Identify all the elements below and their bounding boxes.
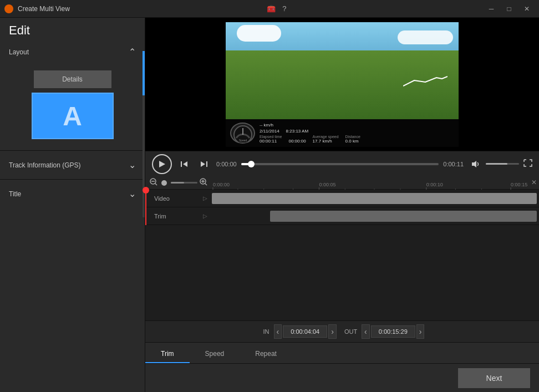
video-clip[interactable] bbox=[212, 193, 537, 204]
svg-text:0:00:10: 0:00:10 bbox=[426, 182, 443, 187]
titlebar-icons: 🧰 ? bbox=[267, 4, 286, 13]
track-info-section[interactable]: Track Information (GPS) ⌄ bbox=[0, 153, 145, 177]
layout-thumbnail[interactable]: A bbox=[32, 93, 114, 139]
trim-track-row: Trim ▷ bbox=[145, 207, 539, 225]
playhead[interactable] bbox=[145, 190, 146, 225]
time-value: 8:23:13 AM bbox=[286, 129, 308, 134]
speedometer: Speed bbox=[230, 123, 255, 144]
video-clouds bbox=[237, 25, 281, 42]
app-icon bbox=[4, 4, 13, 13]
titlebar: Create Multi View 🧰 ? ─ □ ✕ bbox=[0, 0, 539, 18]
trim-track-arrow: ▷ bbox=[203, 213, 207, 219]
overlay-row-1: -- km/h bbox=[260, 123, 454, 128]
overlay-elapsed: Elapsed time 00:00:11 bbox=[260, 135, 282, 144]
svg-rect-5 bbox=[181, 161, 182, 167]
minimize-button[interactable]: ─ bbox=[484, 3, 499, 14]
next-button[interactable]: Next bbox=[458, 368, 530, 388]
scrubber-track[interactable] bbox=[241, 163, 439, 165]
svg-point-0 bbox=[6, 6, 12, 12]
overlay-row-2: 2/11/2014 8:23:13 AM bbox=[260, 129, 454, 134]
playback-controls: 0:00:00 0:00:11 bbox=[145, 151, 539, 176]
titlebar-left: Create Multi View bbox=[4, 4, 70, 13]
sidebar-scrollbar-thumb bbox=[143, 51, 145, 95]
in-next-button[interactable]: › bbox=[328, 324, 337, 339]
total-value: 00:00:00 bbox=[288, 139, 306, 144]
divider-2 bbox=[0, 179, 145, 180]
svg-text:0:00:15: 0:00:15 bbox=[511, 182, 527, 187]
out-next-button[interactable]: › bbox=[416, 324, 425, 339]
zoom-in-button[interactable] bbox=[200, 178, 207, 187]
overlay-info: -- km/h 2/11/2014 8:23:13 AM bbox=[260, 123, 454, 144]
date-value: 2/11/2014 bbox=[260, 129, 279, 134]
svg-marker-6 bbox=[183, 161, 187, 167]
trim-clip[interactable] bbox=[270, 211, 537, 222]
zoom-controls bbox=[145, 178, 212, 187]
volume-track[interactable] bbox=[486, 163, 519, 165]
play-button[interactable] bbox=[152, 154, 172, 174]
step-back-button[interactable] bbox=[176, 156, 192, 172]
overlay-speed-unit: -- km/h bbox=[260, 123, 273, 128]
svg-point-13 bbox=[161, 180, 167, 186]
tab-repeat[interactable]: Repeat bbox=[240, 345, 292, 363]
video-overlay-bar: Speed -- km/h 2/11/2014 bbox=[226, 119, 459, 147]
restore-button[interactable]: □ bbox=[501, 3, 517, 14]
tracks-container: Video ▷ Trim ▷ bbox=[145, 190, 539, 320]
divider-1 bbox=[0, 150, 145, 151]
out-group: OUT ‹ 0:00:15:29 › bbox=[341, 324, 425, 339]
in-label: IN bbox=[260, 328, 273, 335]
svg-text:0:00:05: 0:00:05 bbox=[319, 182, 335, 187]
svg-marker-9 bbox=[472, 161, 476, 167]
svg-rect-8 bbox=[206, 161, 207, 167]
video-track-row: Video ▷ bbox=[145, 190, 539, 207]
fullscreen-button[interactable] bbox=[523, 159, 532, 169]
video-track-content[interactable] bbox=[212, 193, 537, 204]
trim-track-label: Trim ▷ bbox=[145, 213, 212, 220]
in-group: IN ‹ 0:00:04:04 › bbox=[260, 324, 337, 339]
speed-value: -- km/h bbox=[260, 123, 273, 128]
elapsed-label: Elapsed time bbox=[260, 135, 282, 139]
avg-speed-label: Average speed bbox=[313, 135, 339, 139]
total-label bbox=[288, 135, 306, 139]
playhead-circle bbox=[143, 187, 149, 194]
step-forward-button[interactable] bbox=[196, 156, 212, 172]
out-value: 0:00:15:29 bbox=[371, 325, 415, 338]
total-time: 0:00:11 bbox=[443, 161, 464, 167]
zoom-out-button[interactable] bbox=[150, 178, 157, 187]
layout-thumbnail-letter: A bbox=[63, 101, 82, 131]
in-prev-button[interactable]: ‹ bbox=[274, 324, 282, 339]
main-layout: Edit Layout ⌃ Details A Track Informatio… bbox=[0, 18, 539, 392]
out-label: OUT bbox=[341, 328, 360, 335]
tab-trim[interactable]: Trim bbox=[145, 345, 190, 363]
out-prev-button[interactable]: ‹ bbox=[362, 324, 370, 339]
video-track-label-text: Video bbox=[154, 195, 170, 202]
close-button[interactable]: ✕ bbox=[519, 3, 535, 14]
overlay-distance: Distance 0.0 km bbox=[345, 135, 360, 144]
help-icon[interactable]: ? bbox=[282, 4, 286, 13]
volume-icon[interactable] bbox=[468, 156, 484, 172]
trim-track-content[interactable] bbox=[212, 211, 537, 222]
track-info-label: Track Information (GPS) bbox=[9, 161, 81, 169]
layout-section-header[interactable]: Layout ⌃ bbox=[0, 42, 145, 62]
timeline-scrubber[interactable]: 0:00:00 0:00:11 bbox=[216, 161, 464, 167]
svg-line-15 bbox=[205, 184, 207, 186]
bottom-bar: Next bbox=[145, 363, 539, 392]
timeline-close-button[interactable]: ✕ bbox=[531, 179, 537, 186]
details-button[interactable]: Details bbox=[34, 70, 111, 88]
tab-speed[interactable]: Speed bbox=[190, 345, 240, 363]
overlay-avg-speed: Average speed 17.7 km/h bbox=[313, 135, 339, 144]
video-preview: Speed -- km/h 2/11/2014 bbox=[145, 18, 539, 151]
video-track-label: Video ▷ bbox=[145, 195, 212, 202]
zoom-track[interactable] bbox=[171, 182, 197, 184]
title-section-label: Title bbox=[9, 190, 21, 198]
briefcase-icon[interactable]: 🧰 bbox=[267, 4, 276, 13]
video-track-arrow: ▷ bbox=[203, 195, 207, 201]
window-controls: ─ □ ✕ bbox=[484, 3, 535, 14]
record-button[interactable] bbox=[160, 179, 169, 187]
video-clouds-2 bbox=[398, 30, 453, 44]
window-title: Create Multi View bbox=[18, 5, 70, 13]
title-section[interactable]: Title ⌄ bbox=[0, 182, 145, 206]
ruler-svg: 0:00:00 0:00:05 0:00:10 0:00:15 bbox=[212, 176, 537, 190]
video-frame: Speed -- km/h 2/11/2014 bbox=[226, 22, 459, 147]
svg-marker-7 bbox=[201, 161, 205, 167]
overlay-date: 2/11/2014 bbox=[260, 129, 279, 134]
